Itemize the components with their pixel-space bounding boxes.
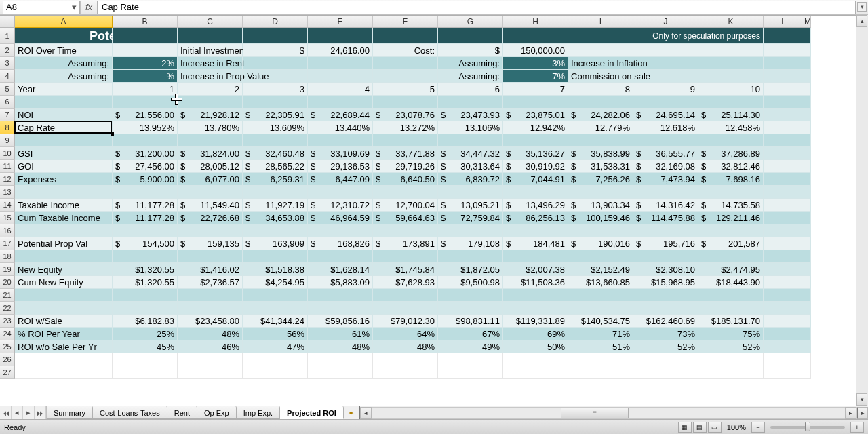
cell-F9[interactable]	[373, 134, 438, 147]
cell-F20[interactable]: $7,628.93	[373, 276, 438, 289]
cell-M27[interactable]	[804, 366, 811, 379]
cell-B22[interactable]	[113, 302, 178, 315]
cell-G3[interactable]: Assuming:	[438, 57, 503, 70]
row-header-18[interactable]: 18	[0, 250, 15, 263]
cell-A17[interactable]: Potential Prop Val	[15, 237, 113, 250]
cell-D13[interactable]	[243, 186, 308, 199]
cell-L24[interactable]	[764, 328, 804, 340]
column-header-E[interactable]: E	[308, 16, 373, 28]
view-page-break-button[interactable]: ▭	[708, 422, 722, 433]
cell-E26[interactable]	[308, 353, 373, 366]
cell-M13[interactable]	[804, 186, 811, 199]
row-header-3[interactable]: 3	[0, 57, 15, 70]
cell-F4[interactable]	[373, 70, 438, 83]
cell-A14[interactable]: Taxable Income	[15, 199, 113, 212]
scroll-right-button[interactable]: ▸	[845, 407, 856, 419]
cell-F12[interactable]: $6,640.50	[373, 173, 438, 186]
cell-E11[interactable]: $29,136.53	[308, 160, 373, 173]
cell-E17[interactable]: $168,826	[308, 237, 373, 250]
scroll-up-button[interactable]: ▴	[856, 15, 867, 27]
cell-K24[interactable]: 75%	[698, 328, 764, 340]
cell-B26[interactable]	[113, 353, 178, 366]
cell-A26[interactable]	[15, 353, 113, 366]
cell-L9[interactable]	[764, 134, 804, 147]
cell-M2[interactable]	[804, 44, 811, 57]
column-header-B[interactable]: B	[113, 16, 178, 28]
cell-K10[interactable]: $37,286.89	[698, 147, 764, 160]
cell-D11[interactable]: $28,565.22	[243, 160, 308, 173]
cell-M15[interactable]	[804, 212, 811, 224]
cell-K18[interactable]	[698, 250, 764, 263]
cell-L2[interactable]	[764, 44, 804, 57]
sheet-tab-summary[interactable]: Summary	[47, 406, 93, 419]
cell-F21[interactable]	[373, 289, 438, 302]
cell-A22[interactable]	[15, 302, 113, 315]
cell-H16[interactable]	[503, 224, 568, 237]
cell-E8[interactable]: 13.440%	[308, 121, 373, 134]
cell-E21[interactable]	[308, 289, 373, 302]
cell-D3[interactable]	[243, 57, 308, 70]
select-all-corner[interactable]	[0, 16, 15, 28]
cell-G2[interactable]: $	[438, 44, 503, 57]
cell-M20[interactable]	[804, 276, 811, 289]
cell-L4[interactable]	[764, 70, 804, 83]
row-header-27[interactable]: 27	[0, 366, 15, 379]
cell-L25[interactable]	[764, 340, 804, 353]
cell-H6[interactable]	[503, 96, 568, 108]
cell-H7[interactable]: $23,875.01	[503, 108, 568, 121]
cell-B3[interactable]: 2%	[113, 57, 178, 70]
cell-J16[interactable]	[633, 224, 698, 237]
row-header-17[interactable]: 17	[0, 237, 15, 250]
cell-B25[interactable]: 45%	[113, 340, 178, 353]
cell-A27[interactable]	[15, 366, 113, 379]
cell-E23[interactable]: $59,856.16	[308, 315, 373, 328]
cell-I16[interactable]	[568, 224, 633, 237]
cell-H18[interactable]	[503, 250, 568, 263]
cell-G23[interactable]: $98,831.11	[438, 315, 503, 328]
cell-L18[interactable]	[764, 250, 804, 263]
cell-B2[interactable]	[113, 44, 178, 57]
zoom-in-button[interactable]: +	[850, 422, 864, 433]
cell-K3[interactable]	[698, 57, 764, 70]
cell-D16[interactable]	[243, 224, 308, 237]
title-cell[interactable]: Potential ROI	[15, 28, 113, 44]
cell-J25[interactable]: 52%	[633, 340, 698, 353]
cell-M16[interactable]	[804, 224, 811, 237]
row-header-7[interactable]: 7	[0, 108, 15, 121]
cell-J20[interactable]: $15,968.95	[633, 276, 698, 289]
column-header-C[interactable]: C	[178, 16, 243, 28]
cell-K17[interactable]: $201,587	[698, 237, 764, 250]
cell-K11[interactable]: $32,812.46	[698, 160, 764, 173]
cell-E20[interactable]: $5,883.09	[308, 276, 373, 289]
cell-H23[interactable]: $119,331.89	[503, 315, 568, 328]
cell-H2[interactable]: 150,000.00	[503, 44, 568, 57]
cell-C8[interactable]: 13.780%	[178, 121, 243, 134]
row-header-9[interactable]: 9	[0, 134, 15, 147]
cell-J5[interactable]: 9	[633, 83, 698, 96]
cell-H21[interactable]	[503, 289, 568, 302]
cell-F6[interactable]	[373, 96, 438, 108]
view-normal-button[interactable]: ▦	[678, 422, 692, 433]
cell-E18[interactable]	[308, 250, 373, 263]
cell-G12[interactable]: $6,839.72	[438, 173, 503, 186]
row-header-21[interactable]: 21	[0, 289, 15, 302]
cell-M8[interactable]	[804, 121, 811, 134]
cell-F13[interactable]	[373, 186, 438, 199]
cell-A20[interactable]: Cum New Equity	[15, 276, 113, 289]
cell-D24[interactable]: 56%	[243, 328, 308, 340]
row-header-25[interactable]: 25	[0, 340, 15, 353]
cell-K4[interactable]	[698, 70, 764, 83]
cell-K13[interactable]	[698, 186, 764, 199]
cell-I11[interactable]: $31,538.31	[568, 160, 633, 173]
cell-F27[interactable]	[373, 366, 438, 379]
cell-L15[interactable]	[764, 212, 804, 224]
cell-J10[interactable]: $36,555.77	[633, 147, 698, 160]
cell-M23[interactable]	[804, 315, 811, 328]
cell-B14[interactable]: $11,177.28	[113, 199, 178, 212]
cell-D2[interactable]: $	[243, 44, 308, 57]
cell-H20[interactable]: $11,508.36	[503, 276, 568, 289]
cell-D19[interactable]: $1,518.38	[243, 263, 308, 276]
cell-E16[interactable]	[308, 224, 373, 237]
cell-K12[interactable]: $7,698.16	[698, 173, 764, 186]
cell-M5[interactable]	[804, 83, 811, 96]
